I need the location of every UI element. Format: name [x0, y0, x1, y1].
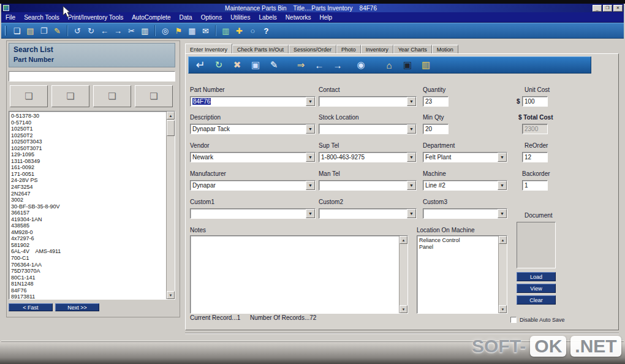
next-record-icon[interactable]: → — [331, 58, 344, 72]
reorder-input[interactable] — [522, 152, 548, 162]
scroll-down-icon[interactable]: ▼ — [167, 291, 175, 299]
list-send-button[interactable]: ❏ — [51, 85, 89, 107]
stock-location-combo[interactable]: ▼ — [319, 124, 417, 134]
menu-item-file[interactable]: File — [1, 13, 20, 22]
list-edit-button[interactable]: ❏ — [10, 85, 48, 107]
department-combo[interactable]: Felt Plant ▼ — [423, 152, 507, 162]
menu-item-help[interactable]: Help — [316, 13, 337, 22]
unit-cost-input[interactable] — [522, 96, 548, 107]
backorder-input[interactable] — [522, 180, 548, 191]
list-item[interactable]: 75D73070A — [9, 268, 166, 275]
list-item[interactable]: 366157 — [9, 210, 166, 216]
dropdown-arrow-icon[interactable]: ▼ — [407, 153, 416, 162]
list-item[interactable]: 24-28V PS — [9, 177, 166, 184]
search-icon[interactable]: ◎ — [159, 25, 171, 37]
location-scrollbar[interactable]: ▲ ▼ — [498, 236, 507, 313]
scroll-up-icon[interactable]: ▲ — [499, 236, 507, 244]
dropdown-arrow-icon[interactable]: ▼ — [306, 153, 315, 162]
notes-input[interactable] — [191, 237, 398, 313]
custom3-combo[interactable]: ▼ — [423, 208, 507, 219]
scroll-down-icon[interactable]: ▼ — [499, 305, 507, 313]
list-item[interactable]: 3002 — [9, 197, 166, 203]
min-qty-input[interactable] — [423, 124, 449, 134]
list-item[interactable]: 10250T3043 — [9, 138, 166, 145]
menu-item-labels[interactable]: Labels — [254, 13, 281, 22]
menu-item-data[interactable]: Data — [175, 13, 197, 22]
list-item[interactable]: 4x7297-6 — [9, 235, 166, 242]
list-item[interactable]: 419304-1AN — [9, 216, 166, 223]
dropdown-arrow-icon[interactable]: ▼ — [306, 209, 315, 218]
list-item[interactable]: 700-C1 — [9, 255, 166, 262]
vendor-combo[interactable]: Newark ▼ — [190, 152, 316, 162]
menu-item-print-inventory-tools[interactable]: Print/Inventory Tools — [64, 13, 127, 22]
menu-item-options[interactable]: Options — [197, 13, 226, 22]
delete-record-icon[interactable]: ✖ — [230, 58, 244, 72]
list-item[interactable]: 6AL-4V AMS-4911 — [9, 248, 166, 255]
minimize-button[interactable]: _ — [593, 5, 602, 12]
photo-icon[interactable]: ▣ — [401, 58, 414, 72]
dropdown-arrow-icon[interactable]: ▼ — [306, 124, 315, 134]
manufacturer-combo[interactable]: Dynapar ▼ — [190, 180, 316, 191]
list-item[interactable]: 89173811 — [9, 294, 166, 300]
list-item[interactable]: 10250T2 — [9, 132, 166, 139]
back-arrow-icon[interactable]: ← — [99, 25, 110, 37]
list-item[interactable]: 2N2647 — [9, 191, 166, 197]
maximize-button[interactable]: ❐ — [603, 5, 612, 12]
refresh-icon[interactable]: ↻ — [212, 58, 225, 72]
scroll-up-icon[interactable]: ▲ — [400, 236, 407, 244]
sup-tel-combo[interactable]: 1-800-463-9275 ▼ — [319, 152, 417, 162]
list-item[interactable]: 129-1095 — [9, 151, 166, 158]
list-item[interactable]: 171-0051 — [9, 171, 166, 178]
scroll-up-icon[interactable]: ▲ — [167, 112, 175, 119]
home-icon[interactable]: ⌂ — [382, 58, 396, 72]
scrollbar-thumb[interactable] — [167, 120, 175, 136]
list-item[interactable]: 438585 — [9, 222, 166, 229]
scroll-down-icon[interactable]: ▼ — [400, 305, 407, 313]
close-button[interactable]: ✕ — [613, 5, 623, 12]
chart-icon[interactable]: ▥ — [419, 58, 433, 72]
edit-record-icon[interactable]: ✎ — [267, 58, 281, 72]
notes-scrollbar[interactable]: ▲ ▼ — [399, 236, 407, 313]
redo-icon[interactable]: ↻ — [85, 25, 97, 37]
list-item[interactable]: 161-0092 — [9, 164, 166, 171]
location-line[interactable]: Panel — [417, 244, 498, 251]
list-item[interactable]: 581902 — [9, 242, 166, 249]
dropdown-arrow-icon[interactable]: ▼ — [498, 209, 507, 218]
list-item[interactable]: 10250T3071 — [9, 145, 166, 152]
exit-icon[interactable]: ⇒ — [294, 58, 308, 72]
undo-icon[interactable]: ↺ — [72, 25, 83, 37]
list-item[interactable]: 0-51378-30 — [9, 113, 166, 119]
fast-button[interactable]: < Fast — [9, 303, 53, 311]
flag-icon[interactable]: ⚑ — [173, 25, 184, 37]
help-icon[interactable]: ? — [260, 25, 272, 37]
pencil-icon[interactable]: ✎ — [51, 25, 63, 37]
clear-button[interactable]: Clear — [517, 295, 556, 305]
load-button[interactable]: Load — [517, 272, 556, 281]
search-input[interactable] — [9, 71, 175, 82]
cut-icon[interactable]: ✂ — [126, 25, 137, 37]
custom1-combo[interactable]: ▼ — [190, 208, 316, 219]
save-record-icon[interactable]: ▣ — [249, 58, 262, 72]
location-line[interactable]: Reliance Control — [417, 237, 498, 244]
man-tel-combo[interactable]: ▼ — [319, 180, 417, 191]
list-item[interactable]: 10250T1 — [9, 126, 166, 132]
new-doc-icon[interactable]: ❏ — [11, 25, 23, 37]
dropdown-arrow-icon[interactable]: ▼ — [498, 181, 507, 190]
list-export-button[interactable]: ❏ — [135, 85, 173, 107]
description-combo[interactable]: Dynapar Tack ▼ — [190, 124, 316, 134]
menu-item-utilities[interactable]: Utilities — [226, 13, 254, 22]
paste-icon[interactable]: ▥ — [139, 25, 151, 37]
dropdown-arrow-icon[interactable]: ▼ — [407, 97, 416, 106]
prev-record-icon[interactable]: ← — [312, 58, 326, 72]
list-find-button[interactable]: ❏ — [93, 85, 131, 107]
machine-combo[interactable]: Line #2 ▼ — [423, 180, 507, 191]
mail-icon[interactable]: ✉ — [200, 25, 211, 37]
list-item[interactable]: 30-BF-SB-35-8-90V — [9, 203, 166, 210]
list-item[interactable]: 80C1-141 — [9, 275, 166, 281]
list-item[interactable]: 1311-08349 — [9, 158, 166, 165]
quantity-input[interactable] — [423, 96, 449, 107]
list-item[interactable]: 81N1248 — [9, 281, 166, 287]
dropdown-arrow-icon[interactable]: ▼ — [407, 209, 416, 218]
open-folder-icon[interactable]: ▤ — [25, 25, 36, 37]
menu-item-autocomplete[interactable]: AutoComplete — [127, 13, 175, 22]
